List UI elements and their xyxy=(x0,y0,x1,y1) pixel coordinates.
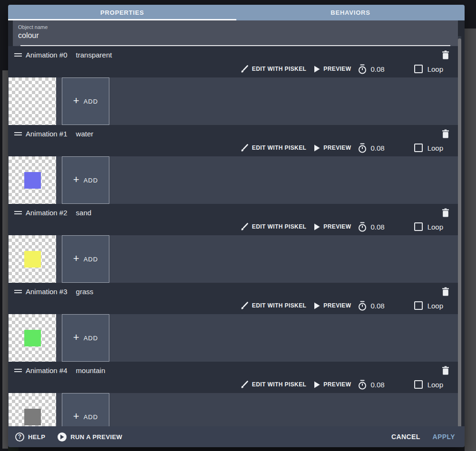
frame-time-field[interactable]: 0.08 xyxy=(358,301,384,311)
animation-header: Animation #2 sand EDI xyxy=(8,204,458,235)
app-background-right xyxy=(465,29,476,451)
preview-label: PREVIEW xyxy=(323,66,351,72)
delete-animation-button[interactable] xyxy=(442,287,449,296)
drag-handle-icon[interactable] xyxy=(14,132,22,135)
edit-with-piskel-button[interactable]: EDIT WITH PISKEL xyxy=(240,144,306,152)
frame-time-field[interactable]: 0.08 xyxy=(358,64,384,74)
loop-label: Loop xyxy=(427,302,443,310)
preview-button[interactable]: PREVIEW xyxy=(314,66,351,73)
plus-icon: + xyxy=(73,253,80,264)
stopwatch-icon xyxy=(358,64,367,74)
add-frame-button[interactable]: + ADD xyxy=(62,77,109,125)
loop-control: Loop xyxy=(414,222,443,231)
frame-thumbnail[interactable] xyxy=(9,156,56,204)
loop-checkbox[interactable] xyxy=(414,144,423,152)
play-icon xyxy=(314,144,320,152)
trash-icon xyxy=(442,366,449,375)
loop-checkbox[interactable] xyxy=(414,65,423,73)
help-icon: ? xyxy=(15,432,24,441)
help-button[interactable]: ? HELP xyxy=(15,432,45,441)
animation-header: Animation #3 grass ED xyxy=(8,283,458,314)
delete-animation-button[interactable] xyxy=(442,129,449,138)
dialog-content: Object name Animation #0 transparent xyxy=(8,20,465,426)
tab-behaviors[interactable]: BEHAVIORS xyxy=(236,5,465,20)
preview-button[interactable]: PREVIEW xyxy=(314,381,351,388)
run-preview-icon xyxy=(58,432,67,441)
animation-name[interactable]: water xyxy=(76,130,94,138)
plus-icon: + xyxy=(73,96,80,106)
frame-time-field[interactable]: 0.08 xyxy=(358,143,384,153)
frame-time-field[interactable]: 0.08 xyxy=(358,380,384,390)
stopwatch-icon xyxy=(358,301,367,311)
stopwatch-icon xyxy=(358,143,367,153)
add-frame-label: ADD xyxy=(84,413,98,421)
edit-with-piskel-button[interactable]: EDIT WITH PISKEL xyxy=(240,222,306,231)
add-frame-button[interactable]: + ADD xyxy=(62,314,109,362)
frame-thumbnail[interactable] xyxy=(9,314,56,362)
preview-button[interactable]: PREVIEW xyxy=(314,223,351,230)
apply-button[interactable]: APPLY xyxy=(433,433,455,441)
object-name-input[interactable] xyxy=(18,31,437,40)
animation-frames-row: + ADD xyxy=(8,77,458,125)
animation-frames-row: + ADD xyxy=(8,156,458,204)
animation-name[interactable]: transparent xyxy=(76,51,112,59)
drag-handle-icon[interactable] xyxy=(14,369,22,372)
add-frame-button[interactable]: + ADD xyxy=(62,235,109,283)
stopwatch-icon xyxy=(358,380,367,390)
edit-with-piskel-button[interactable]: EDIT WITH PISKEL xyxy=(240,301,306,310)
loop-checkbox[interactable] xyxy=(414,222,423,231)
trash-icon xyxy=(442,208,449,217)
preview-label: PREVIEW xyxy=(323,302,351,309)
run-preview-button[interactable]: RUN A PREVIEW xyxy=(58,432,122,441)
frame-thumbnail[interactable] xyxy=(9,77,56,125)
delete-animation-button[interactable] xyxy=(442,208,449,217)
animation-header: Animation #1 water ED xyxy=(8,125,458,156)
add-frame-button[interactable]: + ADD xyxy=(62,393,109,426)
frame-thumbnail[interactable] xyxy=(9,235,56,283)
animation-title: Animation #2 xyxy=(26,209,68,217)
frame-time-field[interactable]: 0.08 xyxy=(358,222,384,232)
add-frame-label: ADD xyxy=(84,177,98,184)
plus-icon: + xyxy=(73,174,80,185)
animation-frames-row: + ADD xyxy=(8,393,458,426)
frame-thumbnail[interactable] xyxy=(9,393,56,426)
loop-checkbox[interactable] xyxy=(414,301,423,310)
brush-icon xyxy=(240,380,249,389)
edit-with-piskel-label: EDIT WITH PISKEL xyxy=(252,144,306,151)
animation-title: Animation #3 xyxy=(26,288,68,296)
frame-color-square xyxy=(24,251,41,268)
delete-animation-button[interactable] xyxy=(442,50,449,59)
add-frame-button[interactable]: + ADD xyxy=(62,156,109,204)
animation-title: Animation #1 xyxy=(26,130,68,138)
drag-handle-icon[interactable] xyxy=(14,211,22,214)
trash-icon xyxy=(442,50,449,59)
frame-color-square xyxy=(24,172,41,189)
animation-name[interactable]: grass xyxy=(76,288,94,296)
play-icon xyxy=(314,223,320,230)
brush-icon xyxy=(240,144,249,152)
animation-name[interactable]: sand xyxy=(76,209,92,217)
preview-label: PREVIEW xyxy=(323,223,351,230)
brush-icon xyxy=(240,301,249,310)
scrollbar-thumb[interactable] xyxy=(458,38,461,426)
object-name-field[interactable]: Object name xyxy=(13,20,458,46)
scrollbar-track[interactable] xyxy=(458,36,461,426)
input-underline xyxy=(20,45,450,46)
delete-animation-button[interactable] xyxy=(442,366,449,375)
cancel-button[interactable]: CANCEL xyxy=(391,433,420,441)
edit-with-piskel-button[interactable]: EDIT WITH PISKEL xyxy=(240,380,306,389)
preview-button[interactable]: PREVIEW xyxy=(314,302,351,309)
loop-checkbox[interactable] xyxy=(414,380,423,389)
edit-with-piskel-label: EDIT WITH PISKEL xyxy=(252,381,306,388)
edit-with-piskel-button[interactable]: EDIT WITH PISKEL xyxy=(240,65,306,73)
drag-handle-icon[interactable] xyxy=(14,53,22,57)
preview-label: PREVIEW xyxy=(323,381,351,388)
tab-properties[interactable]: PROPERTIES xyxy=(8,5,236,20)
drag-handle-icon[interactable] xyxy=(14,290,22,293)
loop-label: Loop xyxy=(427,381,443,389)
app-background-left xyxy=(2,70,8,449)
animation-name[interactable]: mountain xyxy=(76,366,106,374)
brush-icon xyxy=(240,222,249,231)
preview-button[interactable]: PREVIEW xyxy=(314,144,351,152)
loop-control: Loop xyxy=(414,380,443,389)
